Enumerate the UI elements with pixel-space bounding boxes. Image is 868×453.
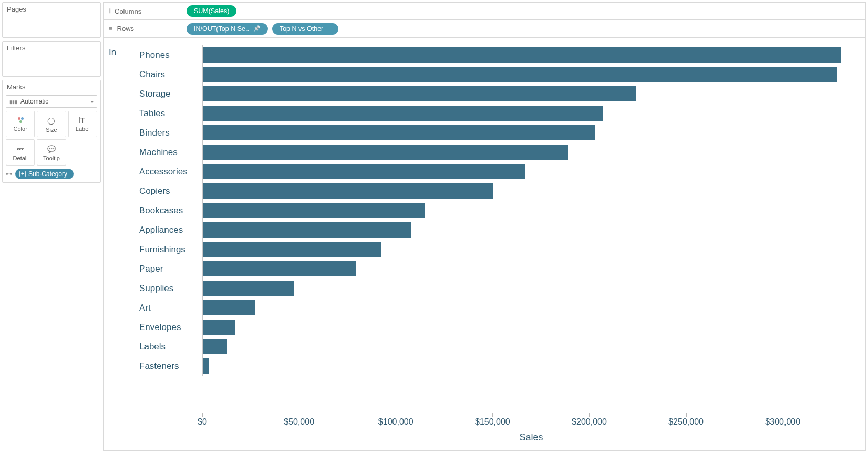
bar-row: Accessories — [139, 162, 860, 181]
bar[interactable] — [203, 125, 595, 140]
bar[interactable] — [203, 339, 227, 354]
axis-tick — [686, 413, 687, 417]
bar-track — [202, 45, 860, 65]
color-button[interactable]: Color — [6, 111, 35, 137]
tooltip-button[interactable]: Tooltip — [37, 139, 66, 166]
pill-label: SUM(Sales) — [194, 7, 229, 15]
axis-tick-label: $50,000 — [284, 417, 314, 427]
bar[interactable] — [203, 67, 837, 82]
bar-row: Art — [139, 298, 860, 317]
sort-icon: ≡ — [327, 26, 330, 32]
columns-icon — [109, 7, 110, 15]
axis-tick-label: $250,000 — [668, 417, 704, 427]
bar-row: Phones — [139, 45, 860, 65]
tooltip-icon — [47, 144, 56, 153]
bar[interactable] — [203, 164, 525, 179]
bar[interactable] — [203, 86, 636, 101]
bar[interactable] — [203, 358, 209, 374]
axis-tick — [589, 413, 590, 417]
bar-track — [202, 337, 860, 356]
bar-track — [202, 142, 860, 162]
marks-card: Marks Automatic Color Size T — [2, 80, 101, 183]
bar[interactable] — [203, 242, 381, 257]
detail-button[interactable]: Detail — [6, 139, 35, 166]
chart-canvas[interactable]: In PhonesChairsStorageTablesBindersMachi… — [103, 38, 866, 451]
detail-label: Detail — [13, 155, 28, 161]
color-icon — [17, 116, 24, 123]
category-label: Chairs — [139, 69, 202, 80]
bar[interactable] — [203, 222, 411, 238]
bar-track — [202, 201, 860, 220]
axis-tick — [202, 413, 203, 417]
rows-icon — [109, 25, 113, 33]
bar-row: Fasteners — [139, 356, 860, 376]
category-label: Fasteners — [139, 361, 202, 372]
bar[interactable] — [203, 47, 841, 63]
category-label: Envelopes — [139, 322, 202, 333]
pin-icon: 📌 — [253, 25, 261, 32]
pages-shelf[interactable]: Pages — [2, 2, 101, 38]
topn-other-pill[interactable]: Top N vs Other≡ — [272, 23, 338, 35]
bar-track — [202, 356, 860, 376]
bar[interactable] — [203, 300, 255, 315]
bar-track — [202, 220, 860, 240]
pill-label: Top N vs Other — [280, 25, 323, 33]
bar-track — [202, 123, 860, 142]
subcategory-pill[interactable]: + Sub-Category — [15, 169, 74, 179]
bar-row: Machines — [139, 142, 860, 162]
bar-track — [202, 104, 860, 123]
rows-shelf[interactable]: Rows IN/OUT(Top N Se..📌Top N vs Other≡ — [103, 20, 866, 38]
bar[interactable] — [203, 106, 603, 121]
bar[interactable] — [203, 320, 235, 335]
marks-mode-label: Automatic — [20, 98, 48, 105]
bar-chart-icon — [9, 98, 17, 105]
axis-tick-label: $100,000 — [378, 417, 414, 427]
expand-icon: + — [19, 171, 26, 177]
category-label: Tables — [139, 108, 202, 119]
category-label: Copiers — [139, 186, 202, 197]
sum-sales-pill[interactable]: SUM(Sales) — [187, 5, 236, 17]
pill-label: IN/OUT(Top N Se.. — [194, 25, 249, 33]
bar-track — [202, 84, 860, 104]
bar-row: Storage — [139, 84, 860, 104]
category-label: Machines — [139, 147, 202, 158]
bar-track — [202, 259, 860, 279]
x-axis-title: Sales — [519, 432, 543, 443]
bar-row: Envelopes — [139, 317, 860, 337]
bar[interactable] — [203, 203, 425, 218]
category-label: Phones — [139, 50, 202, 60]
size-button[interactable]: Size — [37, 111, 66, 137]
bar-track — [202, 240, 860, 259]
bar-track — [202, 298, 860, 317]
inout-set-pill[interactable]: IN/OUT(Top N Se..📌 — [187, 23, 268, 35]
category-label: Appliances — [139, 225, 202, 235]
bar-row: Labels — [139, 337, 860, 356]
axis-tick-label: $300,000 — [765, 417, 800, 427]
detail-icon — [17, 144, 23, 153]
bar[interactable] — [203, 261, 356, 276]
bar-track — [202, 317, 860, 337]
bar[interactable] — [203, 281, 294, 296]
size-label: Size — [46, 127, 57, 133]
bar-row: Tables — [139, 104, 860, 123]
size-icon — [47, 116, 55, 125]
label-button[interactable]: T Label — [68, 111, 97, 137]
marks-type-dropdown[interactable]: Automatic — [6, 95, 97, 108]
rows-shelf-label: Rows — [117, 25, 135, 33]
color-label: Color — [14, 126, 27, 132]
bar[interactable] — [203, 183, 493, 199]
filters-shelf[interactable]: Filters — [2, 41, 101, 77]
bar-track — [202, 65, 860, 84]
columns-shelf[interactable]: Columns SUM(Sales) — [103, 2, 866, 20]
bar-row: Binders — [139, 123, 860, 142]
category-label: Art — [139, 303, 202, 313]
category-label: Binders — [139, 128, 202, 138]
axis-tick — [299, 413, 299, 417]
bar-track — [202, 162, 860, 181]
label-icon: T — [79, 117, 86, 123]
category-label: Bookcases — [139, 205, 202, 216]
label-label: Label — [76, 126, 90, 132]
bar-track — [202, 181, 860, 201]
bar[interactable] — [203, 145, 568, 160]
category-label: Supplies — [139, 283, 202, 294]
